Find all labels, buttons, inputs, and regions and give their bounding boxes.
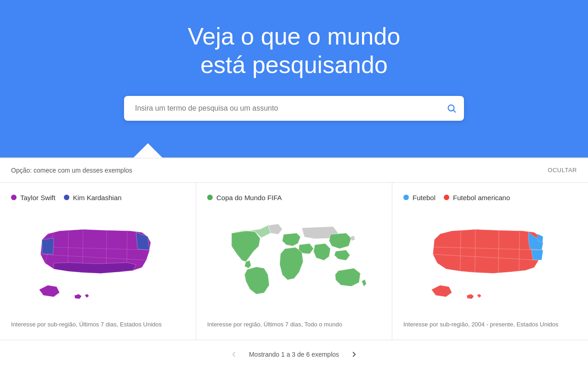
- topic-taylor-swift: Taylor Swift: [11, 194, 56, 202]
- prev-button[interactable]: [226, 348, 242, 360]
- card-2[interactable]: Copa do Mundo FIFA: [196, 183, 392, 340]
- search-container: [124, 96, 464, 121]
- kim-kardashian-label: Kim Kardashian: [73, 194, 122, 202]
- examples-label: Opção: comece com um desses exemplos: [11, 167, 132, 174]
- card-3-footer: Interesse por sub-região, 2004 - present…: [403, 320, 577, 329]
- topic-futebol: Futebol: [403, 194, 435, 202]
- futebol-label: Futebol: [413, 194, 435, 202]
- card-3-map: [403, 209, 577, 314]
- card-1-topics: Taylor Swift Kim Kardashian: [11, 194, 185, 202]
- card-1-footer: Interesse por sub-região, Últimos 7 dias…: [11, 320, 185, 329]
- pagination-text: Mostrando 1 a 3 de 6 exemplos: [249, 351, 339, 358]
- search-button[interactable]: [447, 103, 457, 113]
- futebol-americano-label: Futebol americano: [453, 194, 510, 202]
- svg-line-1: [453, 110, 455, 112]
- copa-mundo-label: Copa do Mundo FIFA: [216, 194, 282, 202]
- dot-kim-kardashian: [64, 195, 69, 200]
- topic-copa-mundo: Copa do Mundo FIFA: [207, 194, 282, 202]
- world-map-green: [216, 213, 372, 310]
- card-2-map: [207, 209, 381, 314]
- hero-title: Veja o que o mundo está pesquisando: [9, 22, 579, 79]
- card-2-topics: Copa do Mundo FIFA: [207, 194, 381, 202]
- chevron-left-icon: [230, 350, 238, 359]
- topic-futebol-americano: Futebol americano: [444, 194, 510, 202]
- usa-map-purple: [24, 216, 171, 308]
- examples-header: Opção: comece com um desses exemplos OCU…: [0, 158, 588, 183]
- usa-map-red: [417, 216, 564, 308]
- dot-futebol-americano: [444, 195, 449, 200]
- pagination: Mostrando 1 a 3 de 6 exemplos: [0, 340, 588, 369]
- chevron-right-icon: [350, 350, 358, 359]
- search-icon: [447, 103, 457, 113]
- hide-button[interactable]: OCULTAR: [548, 167, 577, 174]
- next-button[interactable]: [346, 348, 362, 360]
- examples-section: Opção: comece com um desses exemplos OCU…: [0, 157, 588, 369]
- hero-arrow: [133, 143, 163, 158]
- card-1-map: [11, 209, 185, 314]
- card-3-topics: Futebol Futebol americano: [403, 194, 577, 202]
- dot-futebol: [403, 195, 409, 200]
- search-input[interactable]: [124, 96, 464, 121]
- dot-copa-mundo: [207, 195, 213, 200]
- hero-section: Veja o que o mundo está pesquisando: [0, 0, 588, 157]
- card-2-footer: Interesse por região, Últimos 7 dias, To…: [207, 320, 381, 329]
- taylor-swift-label: Taylor Swift: [20, 194, 56, 202]
- cards-container: Taylor Swift Kim Kardashian: [0, 183, 588, 341]
- topic-kim-kardashian: Kim Kardashian: [64, 194, 122, 202]
- card-1[interactable]: Taylor Swift Kim Kardashian: [0, 183, 196, 340]
- dot-taylor-swift: [11, 195, 17, 200]
- card-3[interactable]: Futebol Futebol americano: [392, 183, 588, 340]
